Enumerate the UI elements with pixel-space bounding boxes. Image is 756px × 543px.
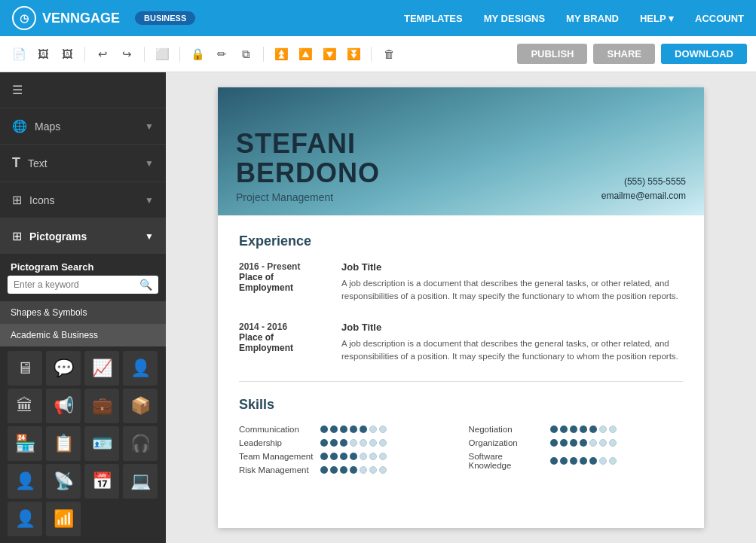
picto-search-input[interactable]	[14, 279, 139, 290]
category-shapes-symbols[interactable]: Shapes & Symbols	[0, 301, 166, 324]
text-icon: T	[12, 155, 20, 171]
sidebar-item-icons[interactable]: ⊞ Icons ▼	[0, 182, 166, 218]
picto-chart[interactable]: 📈	[84, 351, 119, 386]
skills-section-title: Skills	[239, 397, 683, 413]
sidebar-text-label: Text	[28, 157, 145, 169]
picto-wifi[interactable]: 📶	[46, 502, 81, 536]
toolbar-icon-undo[interactable]: ↩	[93, 44, 112, 64]
nav-templates[interactable]: TEMPLATES	[404, 13, 463, 24]
logo: ◷ VENNGAGE	[12, 6, 120, 30]
sidebar-item-text[interactable]: T Text ▼	[0, 145, 166, 182]
toolbar-separator-2	[144, 47, 145, 62]
skill-dots-negotiation	[550, 426, 617, 433]
top-navbar: ◷ VENNGAGE BUSINESS TEMPLATES MY DESIGNS…	[0, 0, 756, 36]
picto-monitor[interactable]: 🖥	[8, 351, 42, 386]
picto-id-card[interactable]: 🪪	[84, 426, 119, 461]
picto-user2[interactable]: 👤	[8, 464, 42, 499]
exp-date-range-2: 2014 - 2016	[239, 322, 329, 332]
dot	[360, 453, 367, 460]
picto-satellite[interactable]: 📡	[46, 464, 81, 499]
skill-dots-leadership	[320, 439, 387, 447]
toolbar-icon-up[interactable]: 🔼	[295, 44, 315, 64]
skill-risk-management: Risk Management	[239, 465, 454, 474]
picto-headset[interactable]: 🎧	[123, 426, 158, 461]
exp-date-range-1: 2016 - Present	[239, 261, 329, 272]
sidebar-hamburger[interactable]: ☰	[0, 72, 166, 108]
dot	[589, 426, 597, 433]
dot	[550, 457, 558, 465]
dot	[580, 457, 587, 465]
toolbar-icon-img2[interactable]: 🖼	[57, 44, 77, 64]
picto-bank[interactable]: 🏛	[8, 389, 42, 423]
dot	[379, 466, 387, 474]
skills-right-column: Negotiation	[469, 425, 684, 474]
nav-mybrand[interactable]: MY BRAND	[566, 13, 619, 24]
resume-document: STEFANI BERDONO Project Management (555)…	[218, 87, 704, 528]
skill-negotiation: Negotiation	[469, 425, 684, 434]
toolbar-separator-3	[179, 47, 180, 62]
sidebar-pictograms-label: Pictograms	[29, 230, 145, 243]
toolbar-icon-frame[interactable]: ⬜	[152, 44, 172, 64]
toolbar-separator-1	[84, 47, 85, 62]
skill-name-software-knowledge: Software Knowledge	[469, 452, 544, 470]
picto-megaphone[interactable]: 📢	[46, 389, 81, 423]
hamburger-icon: ☰	[12, 83, 23, 97]
experience-section-title: Experience	[239, 233, 683, 249]
picto-search-box[interactable]: 🔍	[8, 276, 158, 294]
skill-leadership: Leadership	[239, 438, 454, 447]
dot	[379, 426, 387, 433]
picto-laptop[interactable]: 💻	[123, 464, 158, 499]
nav-account[interactable]: ACCOUNT	[695, 13, 744, 24]
toolbar-icon-lock[interactable]: 🔒	[188, 44, 207, 64]
toolbar-icon-down[interactable]: 🔽	[320, 44, 339, 64]
toolbar-icon-edit[interactable]: ✏	[212, 44, 231, 64]
skill-software-knowledge: Software Knowledge	[469, 452, 684, 470]
picto-person2[interactable]: 👤	[8, 502, 42, 536]
dot	[560, 439, 568, 447]
toolbar-icon-redo[interactable]: ↪	[117, 44, 136, 64]
canvas-area[interactable]: STEFANI BERDONO Project Management (555)…	[166, 72, 756, 543]
picto-clipboard[interactable]: 📋	[46, 426, 81, 461]
picto-person[interactable]: 👤	[123, 351, 158, 386]
experience-item-2: 2014 - 2016 Place of Employment Job Titl…	[239, 322, 683, 364]
exp-employer-2: Place of Employment	[239, 332, 329, 353]
publish-button[interactable]: PUBLISH	[517, 44, 587, 64]
toolbar-icon-down2[interactable]: ⏬	[344, 44, 363, 64]
sidebar-item-pictograms[interactable]: ⊞ Pictograms ▼	[0, 218, 166, 254]
sidebar-maps-label: Maps	[35, 120, 145, 133]
picto-store[interactable]: 🏪	[8, 426, 42, 461]
nav-mydesigns[interactable]: MY DESIGNS	[484, 13, 545, 24]
icons-grid-icon: ⊞	[12, 193, 22, 207]
share-button[interactable]: SHARE	[593, 44, 655, 64]
toolbar-icon-up2[interactable]: ⏫	[271, 44, 291, 64]
picto-briefcase[interactable]: 💼	[84, 389, 119, 423]
dot	[580, 439, 587, 447]
dot	[570, 439, 577, 447]
dot	[330, 439, 338, 447]
picto-icon-grid: 🖥 💬 📈 👤 🏛 📢 💼 📦 🏪 📋 🪪 🎧 👤 📡 📅 💻 👤 📶	[0, 346, 166, 541]
nav-help[interactable]: HELP ▾	[640, 13, 674, 24]
dot	[360, 439, 367, 447]
skills-left-column: Communication	[239, 425, 454, 474]
globe-icon: 🌐	[12, 119, 27, 133]
skill-name-risk-management: Risk Management	[239, 465, 314, 474]
toolbar-action-buttons: PUBLISH SHARE DOWNLOAD	[517, 44, 747, 64]
experience-item-1: 2016 - Present Place of Employment Job T…	[239, 261, 683, 304]
dot	[350, 466, 357, 474]
picto-box[interactable]: 📦	[123, 389, 158, 423]
picto-chat[interactable]: 💬	[46, 351, 81, 386]
skill-organization: Organization	[469, 438, 684, 447]
category-academic-business[interactable]: Academic & Business	[0, 324, 166, 346]
picto-calendar[interactable]: 📅	[84, 464, 119, 499]
dot	[350, 426, 357, 433]
sidebar-item-maps[interactable]: 🌐 Maps ▼	[0, 108, 166, 145]
toolbar-icon-image[interactable]: 🖼	[33, 44, 53, 64]
picto-search-label: Pictogram Search	[0, 254, 166, 276]
sidebar-icons-label: Icons	[29, 194, 145, 206]
resume-header-content: STEFANI BERDONO Project Management	[236, 129, 601, 203]
toolbar-icon-copy[interactable]: ⧉	[236, 44, 256, 64]
resume-name: STEFANI BERDONO	[236, 129, 601, 188]
toolbar-icon-doc[interactable]: 📄	[9, 44, 29, 64]
toolbar-icon-delete[interactable]: 🗑	[379, 44, 399, 64]
download-button[interactable]: DOWNLOAD	[661, 44, 747, 64]
